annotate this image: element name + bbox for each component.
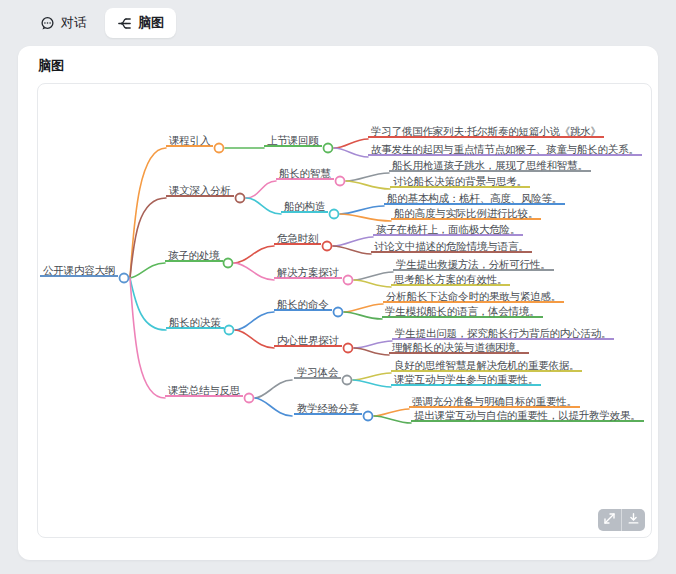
node-circle[interactable] (323, 242, 332, 251)
subbranch-node[interactable]: 内心世界探讨 (274, 333, 342, 347)
branch-node[interactable]: 孩子的处境 (165, 248, 223, 262)
node-circle[interactable] (336, 177, 345, 186)
tab-mindmap[interactable]: 脑图 (105, 8, 176, 38)
node-circle[interactable] (324, 144, 333, 153)
tab-chat[interactable]: 对话 (28, 8, 99, 38)
connector-lines (130, 139, 411, 423)
node-circle[interactable] (225, 326, 234, 335)
subbranch-node[interactable]: 船长的智慧 (276, 166, 334, 180)
node-circle[interactable] (334, 308, 343, 317)
mindmap-canvas[interactable]: 公开课内容大纲 课程引入 课文深入分析 孩子的处境 船长的决策 课堂总结与反思 … (37, 83, 652, 538)
leaf-node[interactable]: 强调充分准备与明确目标的重要性。 (409, 394, 580, 408)
branch-node[interactable]: 课程引入 (166, 133, 213, 147)
node-circle[interactable] (224, 259, 233, 268)
leaf-node[interactable]: 理解船长的决策与道德困境。 (389, 340, 529, 354)
node-circle[interactable] (245, 394, 254, 403)
mindmap-panel: 脑图 (18, 46, 658, 560)
leaf-node[interactable]: 提出课堂互动与自信的重要性，以提升教学效果。 (411, 408, 644, 422)
leaf-node[interactable]: 船长用枪逼孩子跳水，展现了思维和智慧。 (389, 158, 591, 172)
expand-icon (603, 512, 616, 528)
panel-title: 脑图 (38, 57, 64, 75)
branch-node[interactable]: 船长的决策 (166, 315, 224, 329)
chat-bubble-icon (40, 16, 55, 31)
leaf-node[interactable]: 良好的思维智慧是解决危机的重要依据。 (391, 358, 582, 372)
node-circle[interactable] (236, 194, 245, 203)
subbranch-node[interactable]: 危急时刻 (274, 231, 321, 245)
leaf-node[interactable]: 学生提出救援方法，分析可行性。 (393, 257, 554, 271)
leaf-node[interactable]: 课堂互动与学生参与的重要性。 (391, 372, 541, 386)
leaf-node[interactable]: 孩子在桅杆上，面临极大危险。 (373, 222, 523, 236)
leaf-node[interactable]: 分析船长下达命令时的果敢与紧迫感。 (383, 289, 564, 303)
mindmap-root-node[interactable]: 公开课内容大纲 (40, 263, 118, 277)
branch-node[interactable]: 课文深入分析 (166, 183, 234, 197)
expand-button[interactable] (598, 509, 621, 531)
node-circle[interactable] (364, 412, 373, 421)
subbranch-node[interactable]: 船的构造 (281, 199, 328, 213)
leaf-node[interactable]: 思考船长方案的有效性。 (391, 272, 510, 286)
subbranch-node[interactable]: 学习体会 (294, 365, 341, 379)
subbranch-node[interactable]: 上节课回顾 (264, 133, 322, 147)
node-circle[interactable] (330, 210, 339, 219)
download-button[interactable] (622, 509, 645, 531)
leaf-node[interactable]: 学生模拟船长的语言，体会情境。 (382, 304, 543, 318)
leaf-node[interactable]: 讨论船长决策的背景与思考。 (390, 174, 530, 188)
node-circle[interactable] (215, 144, 224, 153)
map-action-bar (598, 509, 645, 531)
tab-bar: 对话 脑图 (28, 8, 176, 38)
node-circle[interactable] (344, 276, 353, 285)
leaf-node[interactable]: 故事发生的起因与重点情节点如猴子、孩童与船长的关系。 (368, 142, 642, 156)
leaf-node[interactable]: 船的高度与实际比例进行比较。 (391, 206, 541, 220)
mindmap-icon (117, 16, 132, 31)
node-circle[interactable] (343, 376, 352, 385)
download-icon (627, 512, 640, 528)
tab-mindmap-label: 脑图 (138, 14, 164, 32)
leaf-node[interactable]: 讨论文中描述的危险情境与语言。 (371, 239, 532, 253)
subbranch-node[interactable]: 解决方案探讨 (274, 265, 342, 279)
subbranch-node[interactable]: 船长的命令 (274, 297, 332, 311)
subbranch-node[interactable]: 教学经验分享 (294, 401, 362, 415)
tab-chat-label: 对话 (61, 14, 87, 32)
leaf-node[interactable]: 学生提出问题，探究船长行为背后的内心活动。 (392, 326, 614, 340)
leaf-node[interactable]: 学习了俄国作家列夫·托尔斯泰的短篇小说《跳水》 (368, 124, 604, 138)
leaf-node[interactable]: 船的基本构成：桅杆、高度、风险等。 (384, 191, 565, 205)
node-circle[interactable] (344, 344, 353, 353)
branch-node[interactable]: 课堂总结与反思 (165, 383, 243, 397)
node-circle-root[interactable] (120, 274, 129, 283)
